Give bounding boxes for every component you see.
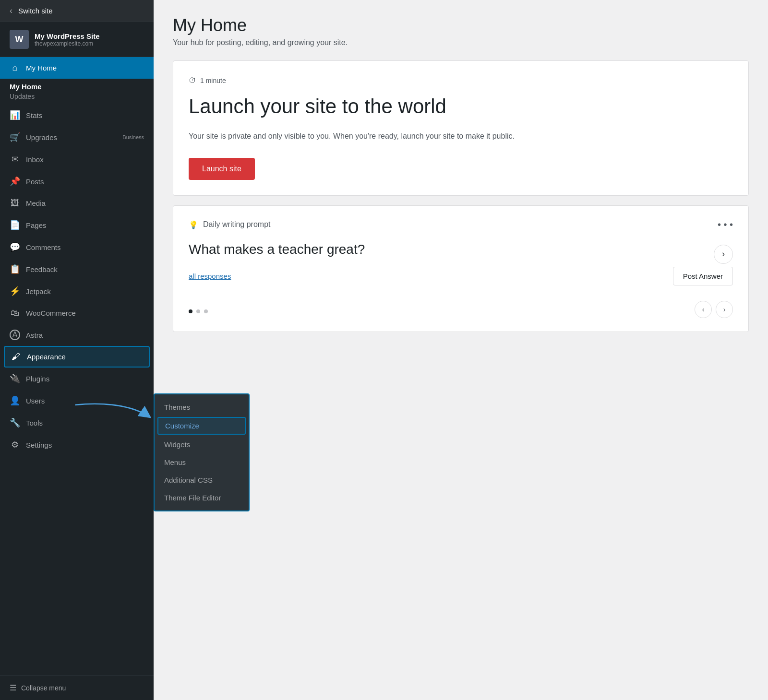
- updates-label[interactable]: Updates: [0, 92, 154, 104]
- collapse-label: Collapse menu: [21, 684, 66, 692]
- home-icon: ⌂: [10, 63, 20, 73]
- dot-1: [189, 309, 192, 313]
- submenu-item-theme-file-editor[interactable]: Theme File Editor: [155, 489, 249, 507]
- card2-title: 💡 Daily writing prompt: [189, 220, 270, 229]
- inbox-icon: ✉: [10, 154, 20, 165]
- feedback-icon: 📋: [10, 264, 20, 274]
- sidebar-item-settings[interactable]: ⚙ Settings: [0, 434, 154, 456]
- sidebar-item-pages[interactable]: 📄 Pages: [0, 214, 154, 236]
- switch-site-label: Switch site: [18, 7, 53, 15]
- writing-prompt-card: 💡 Daily writing prompt • • • What makes …: [173, 205, 749, 332]
- next-prompt-button[interactable]: ›: [714, 245, 733, 264]
- see-responses-link[interactable]: all responses: [189, 272, 231, 280]
- sidebar-item-posts[interactable]: 📌 Posts: [0, 170, 154, 192]
- sidebar-inbox-label: Inbox: [26, 155, 44, 164]
- stats-icon: 📊: [10, 110, 20, 120]
- sidebar-item-jetpack[interactable]: ⚡ Jetpack: [0, 280, 154, 302]
- sidebar-item-appearance[interactable]: 🖌 Appearance: [4, 346, 150, 368]
- collapse-icon: ☰: [10, 683, 16, 692]
- site-avatar: W: [10, 30, 29, 49]
- sidebar-item-feedback[interactable]: 📋 Feedback: [0, 258, 154, 280]
- sidebar-item-plugins[interactable]: 🔌 Plugins: [0, 368, 154, 390]
- sidebar-item-stats[interactable]: 📊 Stats: [0, 104, 154, 126]
- page-subtitle: Your hub for posting, editing, and growi…: [173, 38, 749, 47]
- sidebar-posts-label: Posts: [26, 178, 44, 186]
- sidebar-item-woocommerce[interactable]: 🛍 WooCommerce: [0, 302, 154, 324]
- switch-site-button[interactable]: ‹ Switch site: [0, 0, 154, 22]
- sidebar-item-upgrades[interactable]: 🛒 Upgrades Business: [0, 126, 154, 148]
- site-avatar-letter: W: [15, 35, 24, 45]
- sidebar-item-media[interactable]: 🖼 Media: [0, 192, 154, 214]
- sidebar-jetpack-label: Jetpack: [26, 287, 51, 296]
- submenu-item-menus[interactable]: Menus: [155, 453, 249, 471]
- sidebar-upgrades-label: Upgrades: [26, 133, 57, 142]
- site-info: W My WordPress Site thewpexamplesite.com: [0, 22, 154, 57]
- tools-icon: 🔧: [10, 417, 20, 428]
- sidebar-comments-label: Comments: [26, 243, 61, 251]
- sidebar-item-my-home-label: My Home: [26, 64, 57, 72]
- sidebar-item-astra[interactable]: A Astra: [0, 324, 154, 346]
- card-heading: Launch your site to the world: [189, 95, 733, 119]
- ellipsis-button[interactable]: • • •: [718, 219, 733, 230]
- sidebar-item-tools[interactable]: 🔧 Tools: [0, 412, 154, 434]
- posts-icon: 📌: [10, 176, 20, 187]
- sidebar-tools-label: Tools: [26, 419, 43, 427]
- submenu-item-themes[interactable]: Themes: [155, 398, 249, 416]
- next-page-button[interactable]: ›: [716, 301, 733, 318]
- appearance-submenu: Themes Customize Widgets Menus Additiona…: [154, 393, 250, 511]
- card2-section-label: Daily writing prompt: [203, 220, 270, 229]
- sidebar-appearance-label: Appearance: [27, 353, 66, 361]
- post-answer-button[interactable]: Post Answer: [673, 267, 733, 285]
- users-icon: 👤: [10, 395, 20, 406]
- launch-site-card: ⏱ 1 minute Launch your site to the world…: [173, 60, 749, 196]
- settings-icon: ⚙: [10, 439, 20, 450]
- pagination-arrows: ‹ ›: [695, 301, 733, 318]
- dot-2: [196, 309, 200, 313]
- sidebar-item-inbox[interactable]: ✉ Inbox: [0, 148, 154, 170]
- dot-3: [204, 309, 208, 313]
- sidebar-users-label: Users: [26, 397, 45, 405]
- launch-site-button[interactable]: Launch site: [189, 158, 255, 180]
- collapse-menu-button[interactable]: ☰ Collapse menu: [0, 675, 154, 700]
- site-name: My WordPress Site: [35, 32, 100, 40]
- card-body: Your site is private and only visible to…: [189, 130, 515, 142]
- prev-page-button[interactable]: ‹: [695, 301, 712, 318]
- sidebar-item-my-home[interactable]: ⌂ My Home: [0, 57, 154, 79]
- lightbulb-icon: 💡: [189, 220, 198, 229]
- astra-icon: A: [10, 330, 20, 340]
- sidebar-stats-label: Stats: [26, 111, 42, 119]
- page-title: My Home: [173, 15, 749, 36]
- sidebar-media-label: Media: [26, 199, 46, 207]
- writing-prompt-question: What makes a teacher great?: [189, 242, 365, 257]
- upgrades-icon: 🛒: [10, 132, 20, 142]
- site-url: thewpexamplesite.com: [35, 40, 100, 47]
- sidebar-pages-label: Pages: [26, 221, 47, 229]
- appearance-icon: 🖌: [11, 352, 21, 362]
- sidebar-feedback-label: Feedback: [26, 265, 58, 273]
- media-icon: 🖼: [10, 198, 20, 208]
- upgrades-badge: Business: [122, 134, 144, 140]
- chevron-left-icon: ‹: [10, 6, 12, 16]
- sidebar-settings-label: Settings: [26, 441, 52, 449]
- comments-icon: 💬: [10, 242, 20, 252]
- sidebar-plugins-label: Plugins: [26, 375, 49, 383]
- sidebar-woocommerce-label: WooCommerce: [26, 309, 76, 317]
- jetpack-icon: ⚡: [10, 286, 20, 297]
- timer-text: 1 minute: [200, 77, 226, 84]
- sidebar-item-users[interactable]: 👤 Users: [0, 390, 154, 412]
- card2-header: 💡 Daily writing prompt • • •: [189, 219, 733, 230]
- my-home-section-label: My Home: [0, 79, 154, 92]
- card2-dots: [189, 309, 208, 313]
- sidebar-item-comments[interactable]: 💬 Comments: [0, 236, 154, 258]
- main-content: My Home Your hub for posting, editing, a…: [154, 0, 768, 700]
- submenu-item-additional-css[interactable]: Additional CSS: [155, 471, 249, 489]
- pages-icon: 📄: [10, 220, 20, 230]
- submenu-item-widgets[interactable]: Widgets: [155, 436, 249, 453]
- sidebar-astra-label: Astra: [26, 331, 43, 339]
- sidebar: ‹ Switch site W My WordPress Site thewpe…: [0, 0, 154, 700]
- card2-footer: all responses Post Answer: [189, 267, 733, 285]
- submenu-item-customize[interactable]: Customize: [157, 417, 246, 435]
- clock-icon: ⏱: [189, 76, 196, 85]
- plugins-icon: 🔌: [10, 373, 20, 384]
- woocommerce-icon: 🛍: [10, 308, 20, 318]
